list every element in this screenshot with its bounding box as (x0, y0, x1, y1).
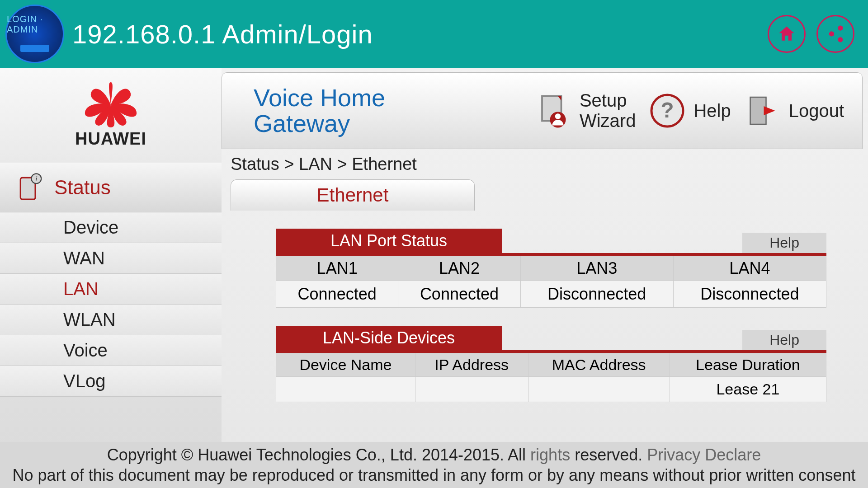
table-row: Lease 21 (276, 377, 826, 402)
product-title: Voice Home Gateway (240, 85, 385, 136)
devices-header-mac: MAC Address (528, 353, 670, 377)
port-header-lan2: LAN2 (398, 256, 520, 281)
port-status-help-label: Help (769, 235, 799, 251)
share-button[interactable] (816, 15, 854, 53)
devices-title: LAN-Side Devices (276, 326, 502, 350)
footer-line2: No part of this document may be reproduc… (9, 465, 859, 485)
setup-wizard-label: Setup Wizard (580, 90, 636, 131)
app-logo: LOGIN · ADMIN Router (5, 5, 64, 63)
setup-wizard-icon (535, 93, 571, 129)
port-header-lan3: LAN3 (520, 256, 673, 281)
sidebar-item-voice[interactable]: Voice (0, 335, 222, 366)
devices-table: Device Name IP Address MAC Address Lease… (276, 353, 826, 402)
sidebar-item-label: WLAN (63, 310, 116, 330)
setup-wizard-button[interactable]: Setup Wizard (535, 90, 636, 131)
app-logo-text-bottom: Router (25, 44, 44, 51)
sidebar-item-label: WAN (63, 248, 105, 268)
table-row: Device Name IP Address MAC Address Lease… (276, 353, 826, 377)
router-page: HUAWEI i Status Device WAN LAN WLAN Voic… (0, 68, 868, 488)
devices-cell-name (276, 377, 415, 402)
app-bar: LOGIN · ADMIN Router 192.168.0.1 Admin/L… (0, 0, 868, 68)
footer-link-privacy[interactable]: Privacy Declare (647, 446, 761, 464)
sidebar-section-status[interactable]: i Status (0, 163, 222, 212)
devices-header-row: LAN-Side Devices Help (276, 326, 826, 350)
devices-header-lease: Lease Duration (670, 353, 826, 377)
product-title-line2: Gateway (254, 110, 350, 137)
sidebar-item-vlog[interactable]: VLog (0, 366, 222, 397)
port-value-lan4: Disconnected (673, 281, 826, 308)
app-title: 192.168.0.1 Admin/Login (72, 19, 373, 49)
home-button[interactable] (768, 15, 806, 53)
devices-cell-lease: Lease 21 (670, 377, 826, 402)
footer: Copyright © Huawei Technologies Co., Ltd… (0, 442, 868, 488)
sidebar-item-device[interactable]: Device (0, 212, 222, 243)
content-tab-row: Ethernet (222, 179, 863, 211)
sidebar-item-label: LAN (63, 279, 99, 299)
sidebar-item-wan[interactable]: WAN (0, 243, 222, 274)
footer-line1: Copyright © Huawei Technologies Co., Ltd… (9, 445, 859, 465)
sidebar-item-label: Voice (63, 340, 108, 361)
brand-box: HUAWEI (0, 68, 222, 163)
table-row: LAN1 LAN2 LAN3 LAN4 (276, 256, 826, 281)
sidebar-section-status-label: Status (54, 176, 111, 199)
share-icon (826, 24, 845, 44)
sidebar-item-lan[interactable]: LAN (0, 274, 222, 305)
svg-text:i: i (36, 175, 38, 183)
logout-button[interactable]: Logout (745, 93, 844, 129)
port-value-lan2: Connected (398, 281, 520, 308)
svg-rect-10 (750, 97, 766, 124)
port-header-lan1: LAN1 (276, 256, 398, 281)
sidebar-item-label: Device (63, 217, 118, 238)
port-status-help-button[interactable]: Help (742, 233, 826, 253)
table-row: Connected Connected Disconnected Disconn… (276, 281, 826, 308)
top-panel: Voice Home Gateway Setup Wizard (222, 72, 863, 149)
footer-text: reserved. (570, 446, 647, 464)
devices-header-name: Device Name (276, 353, 415, 377)
svg-text:?: ? (661, 98, 674, 122)
brand-name: HUAWEI (75, 129, 146, 149)
app-logo-text-top: LOGIN · ADMIN (7, 14, 63, 35)
devices-cell-ip (415, 377, 528, 402)
tab-ethernet-label: Ethernet (317, 184, 389, 206)
port-status-header-row: LAN Port Status Help (276, 229, 826, 253)
right-column: Voice Home Gateway Setup Wizard (222, 68, 868, 442)
footer-link-rights[interactable]: rights (530, 446, 570, 464)
help-button[interactable]: ? Help (649, 93, 731, 129)
devices-help-label: Help (769, 332, 799, 348)
logout-icon (745, 93, 781, 129)
left-column: HUAWEI i Status Device WAN LAN WLAN Voic… (0, 68, 222, 442)
help-icon: ? (649, 93, 685, 129)
home-icon (777, 24, 797, 44)
footer-text: Copyright © Huawei Technologies Co., Ltd… (107, 446, 530, 464)
devices-header-ip: IP Address (415, 353, 528, 377)
logout-label: Logout (789, 101, 844, 121)
port-status-title: LAN Port Status (276, 229, 502, 253)
port-value-lan1: Connected (276, 281, 398, 308)
product-title-line1: Voice Home (254, 84, 385, 111)
port-status-table: LAN1 LAN2 LAN3 LAN4 Connected Connected … (276, 256, 826, 308)
tab-ethernet[interactable]: Ethernet (231, 179, 475, 211)
sidebar-item-wlan[interactable]: WLAN (0, 305, 222, 335)
devices-cell-mac (528, 377, 670, 402)
port-value-lan3: Disconnected (520, 281, 673, 308)
huawei-logo-icon (77, 82, 145, 127)
svg-marker-11 (764, 106, 775, 115)
status-icon: i (14, 172, 45, 203)
breadcrumb: Status > LAN > Ethernet (222, 149, 863, 179)
svg-point-7 (555, 113, 561, 119)
help-label: Help (693, 101, 731, 121)
sidebar-nav: i Status Device WAN LAN WLAN Voice VLog (0, 163, 222, 442)
port-header-lan4: LAN4 (673, 256, 826, 281)
sidebar-item-label: VLog (63, 371, 105, 391)
content-area: LAN Port Status Help LAN1 LAN2 LAN3 LAN4… (222, 211, 863, 402)
devices-help-button[interactable]: Help (742, 330, 826, 350)
